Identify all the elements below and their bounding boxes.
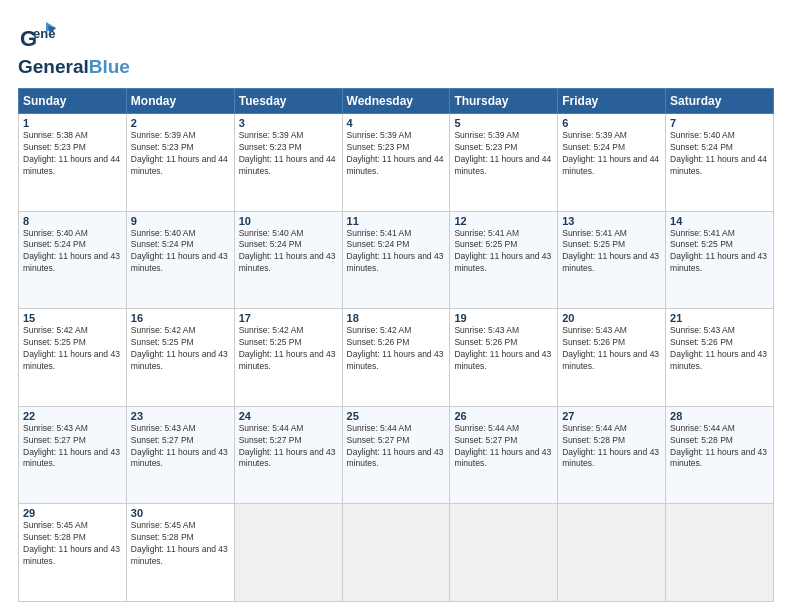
sunrise-label: Sunrise: 5:39 AM [239, 130, 304, 140]
sunrise-label: Sunrise: 5:41 AM [454, 228, 519, 238]
sunrise-label: Sunrise: 5:45 AM [23, 520, 88, 530]
calendar-cell: 28 Sunrise: 5:44 AM Sunset: 5:28 PM Dayl… [666, 406, 774, 504]
calendar-cell: 10 Sunrise: 5:40 AM Sunset: 5:24 PM Dayl… [234, 211, 342, 309]
day-number: 9 [131, 215, 230, 227]
sunrise-label: Sunrise: 5:41 AM [562, 228, 627, 238]
daylight-label: Daylight: 11 hours and 44 minutes. [670, 154, 767, 176]
sunset-label: Sunset: 5:23 PM [454, 142, 517, 152]
sunrise-label: Sunrise: 5:40 AM [131, 228, 196, 238]
day-number: 29 [23, 507, 122, 519]
daylight-label: Daylight: 11 hours and 43 minutes. [454, 349, 551, 371]
day-info: Sunrise: 5:39 AM Sunset: 5:24 PM Dayligh… [562, 130, 661, 178]
sunrise-label: Sunrise: 5:43 AM [131, 423, 196, 433]
day-number: 14 [670, 215, 769, 227]
day-info: Sunrise: 5:44 AM Sunset: 5:28 PM Dayligh… [670, 423, 769, 471]
daylight-label: Daylight: 11 hours and 44 minutes. [131, 154, 228, 176]
daylight-label: Daylight: 11 hours and 43 minutes. [454, 251, 551, 273]
day-info: Sunrise: 5:40 AM Sunset: 5:24 PM Dayligh… [670, 130, 769, 178]
sunset-label: Sunset: 5:23 PM [239, 142, 302, 152]
calendar-cell: 17 Sunrise: 5:42 AM Sunset: 5:25 PM Dayl… [234, 309, 342, 407]
day-number: 25 [347, 410, 446, 422]
day-info: Sunrise: 5:41 AM Sunset: 5:25 PM Dayligh… [670, 228, 769, 276]
col-header-saturday: Saturday [666, 89, 774, 114]
daylight-label: Daylight: 11 hours and 43 minutes. [239, 349, 336, 371]
calendar-cell: 26 Sunrise: 5:44 AM Sunset: 5:27 PM Dayl… [450, 406, 558, 504]
daylight-label: Daylight: 11 hours and 44 minutes. [347, 154, 444, 176]
day-info: Sunrise: 5:39 AM Sunset: 5:23 PM Dayligh… [454, 130, 553, 178]
calendar-cell [234, 504, 342, 602]
sunset-label: Sunset: 5:23 PM [23, 142, 86, 152]
daylight-label: Daylight: 11 hours and 43 minutes. [670, 447, 767, 469]
sunset-label: Sunset: 5:24 PM [562, 142, 625, 152]
sunrise-label: Sunrise: 5:39 AM [562, 130, 627, 140]
daylight-label: Daylight: 11 hours and 43 minutes. [23, 251, 120, 273]
calendar-cell: 30 Sunrise: 5:45 AM Sunset: 5:28 PM Dayl… [126, 504, 234, 602]
calendar-header-row: SundayMondayTuesdayWednesdayThursdayFrid… [19, 89, 774, 114]
calendar-table: SundayMondayTuesdayWednesdayThursdayFrid… [18, 88, 774, 602]
calendar-week-5: 29 Sunrise: 5:45 AM Sunset: 5:28 PM Dayl… [19, 504, 774, 602]
sunset-label: Sunset: 5:28 PM [562, 435, 625, 445]
day-info: Sunrise: 5:43 AM Sunset: 5:26 PM Dayligh… [670, 325, 769, 373]
day-number: 21 [670, 312, 769, 324]
day-info: Sunrise: 5:41 AM Sunset: 5:25 PM Dayligh… [562, 228, 661, 276]
day-info: Sunrise: 5:40 AM Sunset: 5:24 PM Dayligh… [23, 228, 122, 276]
day-number: 10 [239, 215, 338, 227]
calendar-week-4: 22 Sunrise: 5:43 AM Sunset: 5:27 PM Dayl… [19, 406, 774, 504]
sunset-label: Sunset: 5:27 PM [131, 435, 194, 445]
sunrise-label: Sunrise: 5:42 AM [239, 325, 304, 335]
calendar-cell: 8 Sunrise: 5:40 AM Sunset: 5:24 PM Dayli… [19, 211, 127, 309]
calendar-cell: 12 Sunrise: 5:41 AM Sunset: 5:25 PM Dayl… [450, 211, 558, 309]
day-info: Sunrise: 5:45 AM Sunset: 5:28 PM Dayligh… [131, 520, 230, 568]
calendar-week-1: 1 Sunrise: 5:38 AM Sunset: 5:23 PM Dayli… [19, 114, 774, 212]
day-number: 6 [562, 117, 661, 129]
day-number: 3 [239, 117, 338, 129]
sunrise-label: Sunrise: 5:40 AM [239, 228, 304, 238]
sunrise-label: Sunrise: 5:43 AM [562, 325, 627, 335]
col-header-thursday: Thursday [450, 89, 558, 114]
calendar-cell: 18 Sunrise: 5:42 AM Sunset: 5:26 PM Dayl… [342, 309, 450, 407]
daylight-label: Daylight: 11 hours and 43 minutes. [239, 447, 336, 469]
day-number: 18 [347, 312, 446, 324]
sunrise-label: Sunrise: 5:44 AM [347, 423, 412, 433]
daylight-label: Daylight: 11 hours and 43 minutes. [23, 447, 120, 469]
day-info: Sunrise: 5:42 AM Sunset: 5:26 PM Dayligh… [347, 325, 446, 373]
logo-svg: G eneral [18, 18, 56, 56]
day-number: 4 [347, 117, 446, 129]
day-info: Sunrise: 5:42 AM Sunset: 5:25 PM Dayligh… [23, 325, 122, 373]
day-info: Sunrise: 5:40 AM Sunset: 5:24 PM Dayligh… [239, 228, 338, 276]
day-info: Sunrise: 5:39 AM Sunset: 5:23 PM Dayligh… [347, 130, 446, 178]
sunset-label: Sunset: 5:23 PM [347, 142, 410, 152]
sunrise-label: Sunrise: 5:43 AM [670, 325, 735, 335]
sunset-label: Sunset: 5:24 PM [23, 239, 86, 249]
calendar-cell: 23 Sunrise: 5:43 AM Sunset: 5:27 PM Dayl… [126, 406, 234, 504]
sunset-label: Sunset: 5:24 PM [347, 239, 410, 249]
daylight-label: Daylight: 11 hours and 43 minutes. [131, 349, 228, 371]
sunset-label: Sunset: 5:27 PM [23, 435, 86, 445]
calendar-cell: 20 Sunrise: 5:43 AM Sunset: 5:26 PM Dayl… [558, 309, 666, 407]
sunrise-label: Sunrise: 5:42 AM [131, 325, 196, 335]
logo: G eneral General Blue [18, 18, 130, 78]
day-info: Sunrise: 5:38 AM Sunset: 5:23 PM Dayligh… [23, 130, 122, 178]
sunset-label: Sunset: 5:25 PM [562, 239, 625, 249]
day-info: Sunrise: 5:44 AM Sunset: 5:27 PM Dayligh… [347, 423, 446, 471]
sunrise-label: Sunrise: 5:44 AM [670, 423, 735, 433]
sunset-label: Sunset: 5:26 PM [454, 337, 517, 347]
daylight-label: Daylight: 11 hours and 43 minutes. [670, 349, 767, 371]
day-number: 28 [670, 410, 769, 422]
sunrise-label: Sunrise: 5:44 AM [562, 423, 627, 433]
daylight-label: Daylight: 11 hours and 43 minutes. [347, 447, 444, 469]
daylight-label: Daylight: 11 hours and 43 minutes. [131, 544, 228, 566]
day-info: Sunrise: 5:43 AM Sunset: 5:26 PM Dayligh… [562, 325, 661, 373]
sunrise-label: Sunrise: 5:39 AM [347, 130, 412, 140]
day-number: 7 [670, 117, 769, 129]
sunset-label: Sunset: 5:28 PM [23, 532, 86, 542]
day-number: 19 [454, 312, 553, 324]
sunset-label: Sunset: 5:24 PM [239, 239, 302, 249]
day-info: Sunrise: 5:42 AM Sunset: 5:25 PM Dayligh… [131, 325, 230, 373]
day-number: 8 [23, 215, 122, 227]
sunset-label: Sunset: 5:26 PM [347, 337, 410, 347]
day-info: Sunrise: 5:41 AM Sunset: 5:25 PM Dayligh… [454, 228, 553, 276]
daylight-label: Daylight: 11 hours and 43 minutes. [347, 349, 444, 371]
sunset-label: Sunset: 5:25 PM [131, 337, 194, 347]
calendar-cell: 5 Sunrise: 5:39 AM Sunset: 5:23 PM Dayli… [450, 114, 558, 212]
